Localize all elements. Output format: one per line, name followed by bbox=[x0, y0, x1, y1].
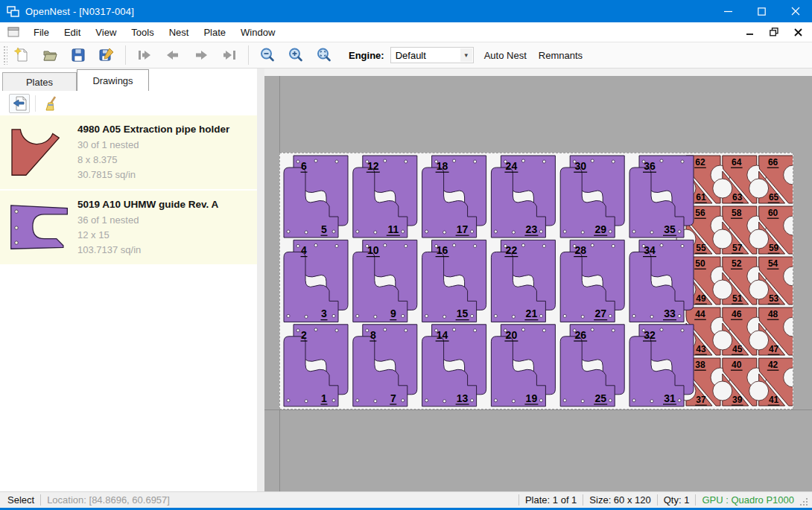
nav-previous-icon[interactable] bbox=[162, 44, 184, 66]
purple-part-pair[interactable]: 2827 bbox=[560, 240, 624, 322]
left-panel: Plates Drawings bbox=[0, 68, 257, 491]
purple-part-pair[interactable]: 1615 bbox=[422, 240, 486, 322]
tab-plates[interactable]: Plates bbox=[2, 72, 77, 91]
part-number: 35 bbox=[664, 223, 676, 235]
purple-part-pair[interactable]: 1413 bbox=[422, 325, 486, 407]
part-number: 29 bbox=[594, 223, 606, 235]
part-number: 18 bbox=[437, 160, 448, 172]
zoom-in-icon[interactable] bbox=[285, 44, 307, 66]
purple-part-pair[interactable]: 109 bbox=[353, 240, 417, 322]
resize-grip[interactable] bbox=[799, 494, 811, 507]
part-number: 7 bbox=[390, 392, 396, 404]
part-number: 61 bbox=[696, 192, 706, 203]
app-window: OpenNest - [N0317-004] FileEditViewTools… bbox=[0, 0, 812, 510]
nesting-canvas[interactable]: 6261646366655655585760595049525154534443… bbox=[264, 68, 812, 491]
purple-part-pair[interactable]: 3433 bbox=[629, 240, 694, 322]
mdi-minimize-icon[interactable] bbox=[743, 25, 757, 39]
part-number: 33 bbox=[664, 307, 676, 319]
menu-item-file[interactable]: File bbox=[26, 27, 57, 38]
purple-part-pair[interactable]: 2423 bbox=[491, 156, 555, 238]
close-button[interactable] bbox=[778, 0, 812, 22]
list-item-drawing[interactable]: 4980 A05 Extraction pipe holder 30 of 1 … bbox=[0, 115, 257, 191]
part-number: 60 bbox=[768, 208, 778, 218]
status-qty: Qty: 1 bbox=[664, 494, 690, 506]
purple-part-pair[interactable]: 2221 bbox=[491, 240, 555, 322]
menu-item-tools[interactable]: Tools bbox=[124, 27, 161, 38]
part-number: 58 bbox=[732, 208, 742, 218]
drawing-title: 4980 A05 Extraction pipe holder bbox=[77, 124, 250, 135]
engine-value: Default bbox=[391, 50, 460, 61]
status-separator bbox=[695, 494, 696, 506]
minimize-button[interactable] bbox=[711, 0, 745, 22]
part-number: 20 bbox=[506, 329, 518, 341]
canvas-top-strip bbox=[264, 68, 812, 76]
drawing-thumbnail-red bbox=[9, 122, 77, 182]
nav-last-icon[interactable] bbox=[218, 44, 241, 66]
purple-part-pair[interactable]: 1817 bbox=[422, 156, 486, 238]
engine-label: Engine: bbox=[349, 50, 384, 61]
menu-item-window[interactable]: Window bbox=[233, 27, 282, 38]
drawings-toolbar-separator bbox=[35, 95, 36, 112]
purple-part-pair[interactable]: 3231 bbox=[629, 325, 694, 407]
engine-combobox[interactable]: Default ▾ bbox=[390, 47, 474, 63]
purple-part-pair[interactable]: 3029 bbox=[560, 156, 624, 238]
part-number: 19 bbox=[526, 392, 538, 404]
save-icon[interactable] bbox=[67, 44, 89, 66]
panel-splitter[interactable] bbox=[257, 68, 264, 491]
part-number: 43 bbox=[696, 344, 706, 354]
purple-part-pair[interactable]: 3635 bbox=[629, 156, 694, 238]
plate-sheet[interactable]: 6261646366655655585760595049525154534443… bbox=[279, 153, 793, 409]
status-plate-count: Plate: 1 of 1 bbox=[525, 494, 577, 506]
status-plate-size: Size: 60 x 120 bbox=[589, 494, 650, 506]
tab-strip: Plates Drawings bbox=[0, 68, 257, 91]
part-number: 62 bbox=[695, 157, 705, 168]
part-number: 30 bbox=[574, 160, 586, 172]
toolbar-grip[interactable] bbox=[3, 45, 7, 65]
menu-item-plate[interactable]: Plate bbox=[196, 27, 233, 38]
part-number: 8 bbox=[370, 329, 376, 341]
open-file-icon[interactable] bbox=[39, 44, 61, 66]
import-drawing-icon[interactable] bbox=[9, 94, 30, 113]
tab-drawings[interactable]: Drawings bbox=[77, 69, 149, 91]
menu-item-view[interactable]: View bbox=[88, 27, 124, 38]
purple-part-pair[interactable]: 43 bbox=[284, 240, 348, 322]
zoom-out-icon[interactable] bbox=[256, 44, 279, 66]
menu-items: FileEditViewToolsNestPlateWindow bbox=[26, 27, 282, 38]
auto-nest-button[interactable]: Auto Nest bbox=[478, 45, 533, 66]
mdi-close-icon[interactable] bbox=[791, 25, 805, 39]
part-number: 52 bbox=[732, 258, 742, 269]
part-number: 5 bbox=[321, 223, 327, 235]
save-as-icon[interactable] bbox=[95, 44, 118, 66]
part-number: 42 bbox=[768, 360, 778, 370]
clean-broom-icon[interactable] bbox=[41, 94, 62, 113]
part-number: 47 bbox=[769, 344, 779, 354]
status-mode: Select bbox=[0, 494, 34, 506]
new-document-icon[interactable] bbox=[10, 44, 33, 66]
chevron-down-icon[interactable]: ▾ bbox=[460, 48, 472, 62]
purple-part-pair[interactable]: 2625 bbox=[560, 325, 624, 407]
menu-item-nest[interactable]: Nest bbox=[162, 27, 197, 38]
maximize-button[interactable] bbox=[745, 0, 778, 22]
mdi-document-icon[interactable] bbox=[7, 27, 19, 37]
purple-part-pair[interactable]: 21 bbox=[284, 325, 348, 407]
purple-part-pair[interactable]: 87 bbox=[353, 325, 417, 407]
drawing-thumbnail-purple bbox=[9, 197, 77, 258]
part-number: 27 bbox=[594, 307, 606, 319]
window-title: OpenNest - [N0317-004] bbox=[25, 6, 134, 17]
part-number: 4 bbox=[301, 244, 307, 256]
purple-part-pair[interactable]: 1211 bbox=[353, 156, 417, 238]
nav-next-icon[interactable] bbox=[190, 44, 212, 66]
list-item-drawing[interactable]: 5019 A10 UHMW guide Rev. A 36 of 1 neste… bbox=[0, 191, 257, 266]
zoom-extents-icon[interactable] bbox=[313, 44, 335, 66]
purple-part-pair[interactable]: 2019 bbox=[491, 325, 555, 407]
purple-part-pair[interactable]: 65 bbox=[284, 156, 348, 238]
nav-first-icon[interactable] bbox=[133, 44, 156, 66]
remnants-button[interactable]: Remnants bbox=[533, 45, 589, 66]
menu-item-edit[interactable]: Edit bbox=[57, 27, 88, 38]
part-number: 51 bbox=[732, 293, 743, 304]
mdi-restore-icon[interactable] bbox=[767, 25, 781, 39]
part-number: 13 bbox=[457, 392, 469, 404]
toolbar-separator bbox=[248, 45, 249, 65]
part-number: 25 bbox=[594, 392, 606, 404]
part-number: 54 bbox=[768, 258, 778, 269]
